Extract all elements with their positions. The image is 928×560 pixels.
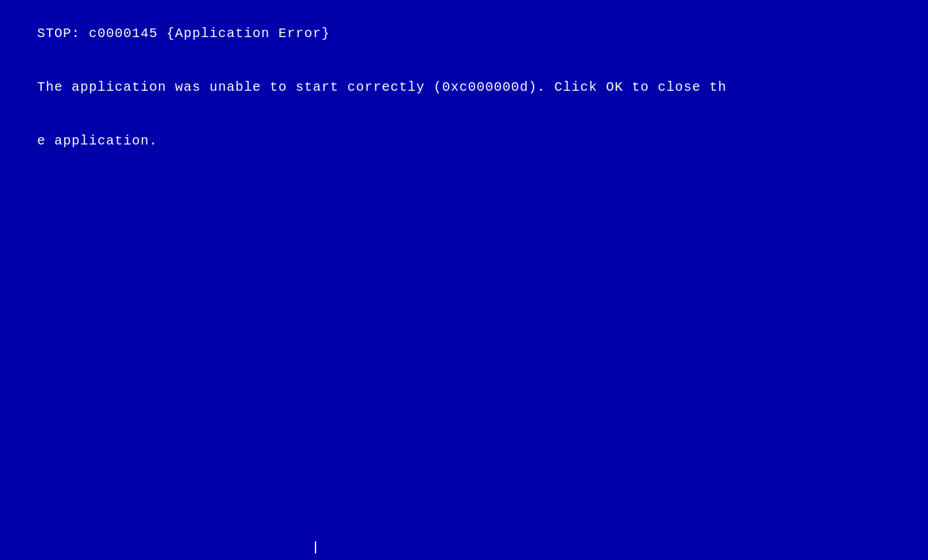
bsod-screen: STOP: c0000145 {Application Error} The a…	[0, 0, 928, 560]
error-text-block: STOP: c0000145 {Application Error} The a…	[3, 7, 726, 168]
error-line-3: e application.	[37, 133, 158, 148]
error-line-2: The application was unable to start corr…	[37, 80, 726, 95]
cursor	[315, 541, 316, 553]
error-line-1: STOP: c0000145 {Application Error}	[37, 26, 330, 41]
